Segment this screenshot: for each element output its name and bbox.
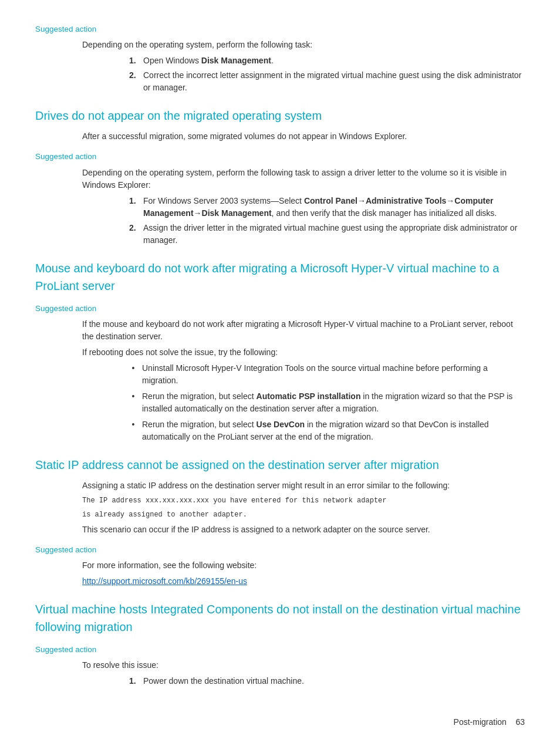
sa5-item-1: 1. Power down the destination virtual ma…: [129, 675, 525, 687]
sa2-item-2: 2. Assign the driver letter in the migra…: [129, 222, 525, 247]
sa2-bold-1: Control Panel→Administrative Tools→Compu…: [143, 196, 493, 218]
sa3-bullet-2-dot: •: [129, 390, 137, 415]
sa5-intro: To resolve this issue:: [82, 659, 525, 671]
suggested-action-4-body: For more information, see the following …: [82, 559, 525, 588]
vm-hosts-section: Virtual machine hosts Integrated Compone…: [35, 600, 525, 636]
suggested-action-5-body: To resolve this issue: 1. Power down the…: [82, 659, 525, 687]
static-ip-mono-2: is already assigned to another adapter.: [82, 509, 525, 520]
sa1-intro: Depending on the operating system, perfo…: [82, 39, 525, 51]
sa2-item-2-num: 2.: [129, 222, 140, 247]
sa3-bullet-1-dot: •: [129, 362, 137, 387]
page-footer: Post-migration 63: [454, 716, 525, 728]
suggested-action-1: Suggested action Depending on the operat…: [35, 23, 525, 94]
suggested-action-heading-5: Suggested action: [35, 644, 525, 656]
sa5-item-1-num: 1.: [129, 675, 140, 687]
sa2-item-1-content: For Windows Server 2003 systems—Select C…: [143, 195, 525, 220]
suggested-action-4: Suggested action For more information, s…: [35, 544, 525, 588]
static-ip-section: Static IP address cannot be assigned on …: [35, 456, 525, 536]
mouse-keyboard-heading: Mouse and keyboard do not work after mig…: [35, 259, 525, 295]
sa3-bullet-2: • Rerun the migration, but select Automa…: [129, 390, 525, 415]
sa3-bullet-1: • Uninstall Microsoft Hyper-V Integratio…: [129, 362, 525, 387]
suggested-action-3: Suggested action If the mouse and keyboa…: [35, 303, 525, 443]
sa3-bold-3: Use DevCon: [257, 420, 305, 429]
suggested-action-2-body: Depending on the operating system, perfo…: [82, 167, 525, 247]
sa3-line-2: If rebooting does not solve the issue, t…: [82, 346, 525, 359]
sa4-line-1: For more information, see the following …: [82, 559, 525, 572]
sa3-bold-2: Automatic PSP installation: [257, 391, 361, 401]
suggested-action-3-body: If the mouse and keyboard do not work af…: [82, 318, 525, 443]
static-ip-mono-1: The IP address xxx.xxx.xxx.xxx you have …: [82, 495, 525, 506]
drives-intro-text: After a successful migration, some migra…: [82, 130, 525, 143]
static-ip-heading: Static IP address cannot be assigned on …: [35, 456, 525, 474]
suggested-action-heading-3: Suggested action: [35, 303, 525, 315]
suggested-action-1-body: Depending on the operating system, perfo…: [82, 39, 525, 94]
sa3-bullet-3-content: Rerun the migration, but select Use DevC…: [142, 418, 525, 443]
suggested-action-heading-4: Suggested action: [35, 544, 525, 556]
sa1-bold-1: Disk Management: [201, 56, 271, 65]
footer-label: Post-migration: [454, 717, 507, 727]
drives-heading: Drives do not appear on the migrated ope…: [35, 107, 525, 124]
sa2-item-1-num: 1.: [129, 195, 140, 220]
drives-section: Drives do not appear on the migrated ope…: [35, 107, 525, 143]
sa3-bullet-2-content: Rerun the migration, but select Automati…: [142, 390, 525, 415]
sa1-item-2-content: Correct the incorrect letter assignment …: [143, 69, 525, 94]
sa1-item-2-num: 2.: [129, 69, 140, 94]
sa4-link-anchor[interactable]: http://support.microsoft.com/kb/269155/e…: [82, 576, 247, 586]
static-ip-intro: Assigning a static IP address on the des…: [82, 480, 525, 492]
sa2-item-1: 1. For Windows Server 2003 systems—Selec…: [129, 195, 525, 220]
static-ip-body: Assigning a static IP address on the des…: [82, 480, 525, 536]
suggested-action-heading-2: Suggested action: [35, 151, 525, 163]
mouse-keyboard-section: Mouse and keyboard do not work after mig…: [35, 259, 525, 295]
sa1-item-2: 2. Correct the incorrect letter assignme…: [129, 69, 525, 94]
sa4-link: http://support.microsoft.com/kb/269155/e…: [82, 575, 525, 588]
sa3-bullet-3: • Rerun the migration, but select Use De…: [129, 418, 525, 443]
drives-intro: After a successful migration, some migra…: [82, 130, 525, 143]
suggested-action-heading-1: Suggested action: [35, 23, 525, 35]
sa2-item-2-content: Assign the driver letter in the migrated…: [143, 222, 525, 247]
vm-hosts-heading: Virtual machine hosts Integrated Compone…: [35, 600, 525, 636]
static-ip-conclusion: This scenario can occur if the IP addres…: [82, 524, 525, 536]
footer-page: 63: [515, 717, 525, 727]
sa1-item-1-num: 1.: [129, 55, 140, 67]
sa1-item-1-content: Open Windows Disk Management.: [143, 55, 525, 67]
sa1-item-1: 1. Open Windows Disk Management.: [129, 55, 525, 67]
sa3-bullet-1-content: Uninstall Microsoft Hyper-V Integration …: [142, 362, 525, 387]
suggested-action-2: Suggested action Depending on the operat…: [35, 151, 525, 246]
sa3-line-1: If the mouse and keyboard do not work af…: [82, 318, 525, 343]
sa5-item-1-content: Power down the destination virtual machi…: [143, 675, 525, 687]
sa3-bullet-3-dot: •: [129, 418, 137, 443]
sa2-intro: Depending on the operating system, perfo…: [82, 167, 525, 191]
suggested-action-5: Suggested action To resolve this issue: …: [35, 644, 525, 687]
